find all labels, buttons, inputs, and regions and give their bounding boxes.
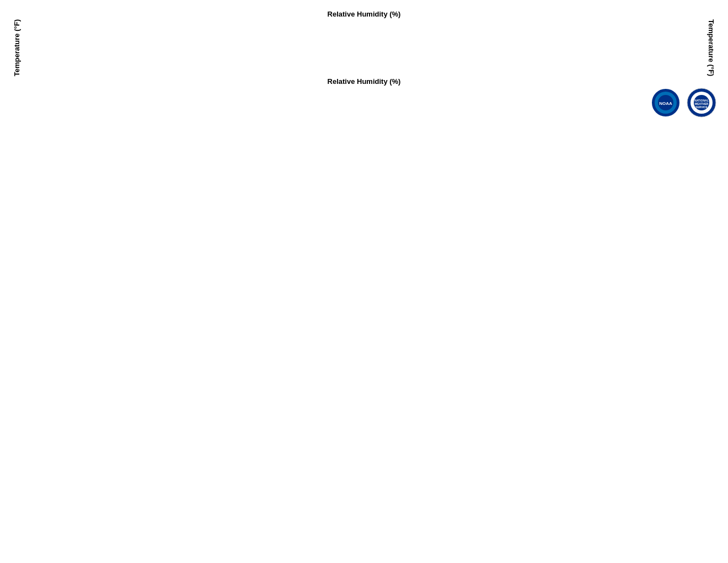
rh-label-top: Relative Humidity (%) xyxy=(11,10,717,18)
temp-label-left: Temperature (°F) xyxy=(11,19,23,76)
noaa-logo: NOAA xyxy=(651,88,681,118)
chart-wrapper: Temperature (°F) Temperature (°F) xyxy=(11,19,717,76)
svg-text:NOAA: NOAA xyxy=(659,101,672,106)
table-container xyxy=(23,19,705,76)
rh-label-bottom: Relative Humidity (%) xyxy=(11,77,717,86)
temp-label-right: Temperature (°F) xyxy=(705,19,717,76)
footer-row: NOAA NATIONAL WEATHER SERVICE xyxy=(11,88,717,118)
page: Relative Humidity (%) Temperature (°F) T… xyxy=(0,0,728,124)
logos: NOAA NATIONAL WEATHER SERVICE xyxy=(651,88,717,118)
nws-logo: NATIONAL WEATHER SERVICE xyxy=(687,88,717,118)
svg-text:SERVICE: SERVICE xyxy=(695,105,708,109)
